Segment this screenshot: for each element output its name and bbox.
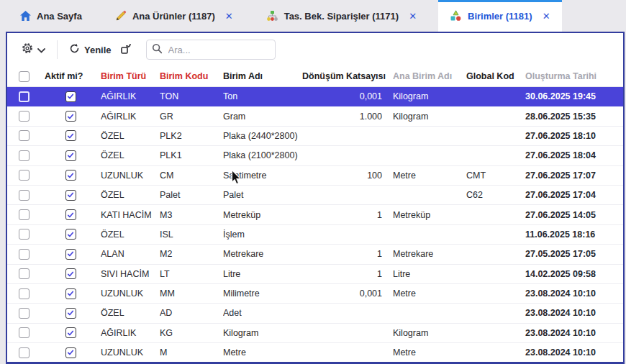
cell-tarih: 27.06.2025 14:05 [525, 210, 623, 220]
cell-birim-turu: AĞIRLIK [101, 328, 160, 338]
settings-dropdown-button[interactable] [22, 42, 45, 57]
table-row[interactable]: SIVI HACİMLTLitre1Litre14.02.2025 09:58 [7, 265, 623, 284]
cell-tarih: 28.06.2025 15:35 [525, 112, 623, 122]
refresh-button[interactable]: Yenile [69, 43, 112, 57]
row-select-checkbox[interactable] [19, 229, 30, 240]
aktif-checkbox[interactable] [65, 111, 76, 122]
cell-ana-birim: Metre [386, 347, 466, 358]
cell-birim-kodu: KG [160, 328, 223, 338]
row-select-checkbox[interactable] [19, 190, 30, 201]
cell-birim-turu: ÖZEL [101, 308, 160, 318]
cell-tarih: 27.06.2025 18:10 [525, 131, 623, 141]
search-icon [152, 43, 163, 57]
cell-tarih: 23.08.2024 10:10 [525, 328, 623, 338]
table-row[interactable]: ÖZELPLK1Plaka (2100*2800)27.06.2025 18:0… [7, 146, 623, 165]
cell-ana-birim: Metre [386, 170, 466, 181]
cell-birim-kodu: M2 [160, 249, 223, 259]
tab-close-icon[interactable]: ✕ [225, 12, 233, 21]
cell-tarih: 27.05.2025 17:05 [525, 249, 623, 259]
toolbar: Yenile [7, 33, 623, 66]
table-row[interactable]: ÖZELPLK2Plaka (2440*2800)27.06.2025 18:1… [7, 127, 623, 146]
tab-ana-urunler[interactable]: Ana Ürünler (1187) ✕ [104, 0, 245, 32]
table-row[interactable]: UZUNLUKCMSantimetre100MetreCMT27.06.2025… [7, 166, 623, 186]
select-all-checkbox[interactable] [19, 71, 30, 82]
aktif-checkbox[interactable] [65, 91, 76, 102]
cell-katsayi: 100 [302, 170, 386, 181]
cell-ana-birim: Kilogram [386, 328, 466, 338]
cell-birim-kodu: M3 [160, 210, 223, 220]
table-row[interactable]: ÖZELISLİşlem11.06.2025 18:16 [7, 225, 623, 245]
aktif-checkbox[interactable] [65, 209, 76, 220]
table-row[interactable]: ÖZELADAdet23.08.2024 10:10 [7, 304, 623, 323]
table-row[interactable]: AĞIRLIKKGKilogramKilogram23.08.2024 10:1… [7, 324, 623, 343]
table-row[interactable]: KATI HACİMM3Metreküp1Metreküp27.06.2025 … [7, 205, 623, 224]
row-select-checkbox[interactable] [19, 288, 30, 299]
row-select-checkbox[interactable] [19, 327, 30, 338]
tab-close-icon[interactable]: ✕ [409, 12, 417, 21]
cell-birim-adi: Metre [223, 347, 302, 358]
row-select-checkbox[interactable] [19, 268, 30, 279]
import-button[interactable] [120, 42, 132, 57]
cell-tarih: 23.08.2024 10:10 [525, 308, 623, 318]
row-select-checkbox[interactable] [19, 249, 30, 260]
cell-katsayi: 1 [302, 249, 386, 259]
cell-tarih: 14.02.2025 09:58 [525, 269, 623, 279]
cell-birim-kodu: PLK1 [160, 150, 223, 160]
chevron-down-icon [37, 43, 45, 56]
cell-birim-adi: Plaka (2100*2800) [223, 150, 302, 160]
aktif-checkbox[interactable] [65, 150, 76, 161]
cell-katsayi: 1.000 [302, 112, 386, 122]
row-select-checkbox[interactable] [19, 130, 30, 141]
tab-tas-bek-siparisler[interactable]: Tas. Bek. Siparişler (1171) ✕ [255, 0, 428, 32]
tab-bar: Ana Sayfa Ana Ürünler (1187) ✕ Tas. Bek.… [0, 0, 626, 32]
cell-birim-kodu: MM [160, 288, 223, 299]
table-row[interactable]: AĞIRLIKTONTon0,001Kilogram30.06.2025 19:… [7, 87, 623, 106]
aktif-checkbox[interactable] [65, 268, 76, 279]
column-header-aktif: Aktif mi? [45, 71, 101, 81]
cell-birim-adi: Ton [223, 91, 302, 101]
row-select-checkbox[interactable] [19, 150, 30, 161]
cell-ana-birim: Metreküp [386, 210, 466, 220]
cell-birim-adi: Metreküp [223, 210, 302, 220]
table-header: Aktif mi?Birim TürüBirim KoduBirim AdıDö… [7, 66, 623, 87]
row-select-checkbox[interactable] [19, 111, 30, 122]
column-header-global_kod: Global Kod [466, 71, 525, 81]
row-select-checkbox[interactable] [19, 209, 30, 220]
cell-birim-adi: Litre [223, 269, 302, 279]
row-select-checkbox[interactable] [19, 347, 30, 358]
tab-close-icon[interactable]: ✕ [543, 12, 550, 21]
table-row[interactable]: ALANM2Metrekare1Metrekare27.05.2025 17:0… [7, 245, 623, 264]
table-row[interactable]: UZUNLUKMMetreMetre23.08.2024 10:10 [7, 343, 623, 363]
aktif-checkbox[interactable] [65, 229, 76, 240]
birimler-panel: Yenile Aktif mi?Birim TürüBirim KoduBiri… [6, 32, 625, 364]
row-select-checkbox[interactable] [19, 91, 30, 102]
refresh-icon [69, 43, 80, 57]
cell-birim-turu: UZUNLUK [101, 170, 160, 181]
cell-birim-adi: Palet [223, 190, 302, 200]
aktif-checkbox[interactable] [65, 249, 76, 260]
aktif-checkbox[interactable] [65, 170, 76, 181]
aktif-checkbox[interactable] [65, 190, 76, 201]
cell-ana-birim: Kilogram [386, 112, 466, 122]
aktif-checkbox[interactable] [65, 288, 76, 299]
cell-tarih: 27.06.2025 17:04 [525, 190, 623, 200]
table-row[interactable]: ÖZELPaletPaletC6227.06.2025 17:04 [7, 186, 623, 205]
aktif-checkbox[interactable] [65, 347, 76, 358]
cell-birim-kodu: LT [160, 269, 223, 279]
aktif-checkbox[interactable] [65, 308, 76, 319]
search-input[interactable] [146, 40, 276, 60]
tab-birimler[interactable]: Birimler (1181) ✕ [438, 0, 562, 32]
aktif-checkbox[interactable] [65, 327, 76, 338]
cell-katsayi: 0,001 [302, 288, 386, 299]
cell-ana-birim: Metre [386, 288, 466, 299]
table-row[interactable]: UZUNLUKMMMilimetre0,001Metre23.08.2024 1… [7, 284, 623, 304]
cell-tarih: 30.06.2025 19:45 [525, 91, 623, 101]
row-select-checkbox[interactable] [19, 170, 30, 181]
table-row[interactable]: AĞIRLIKGRGram1.000Kilogram28.06.2025 15:… [7, 106, 623, 126]
aktif-checkbox[interactable] [65, 130, 76, 141]
row-select-checkbox[interactable] [19, 308, 30, 319]
tab-ana-sayfa[interactable]: Ana Sayfa [9, 0, 94, 32]
cell-birim-kodu: PLK2 [160, 131, 223, 141]
column-header-katsayi: Dönüşüm Katsayısı [302, 71, 386, 81]
cell-birim-turu: ALAN [101, 249, 160, 259]
